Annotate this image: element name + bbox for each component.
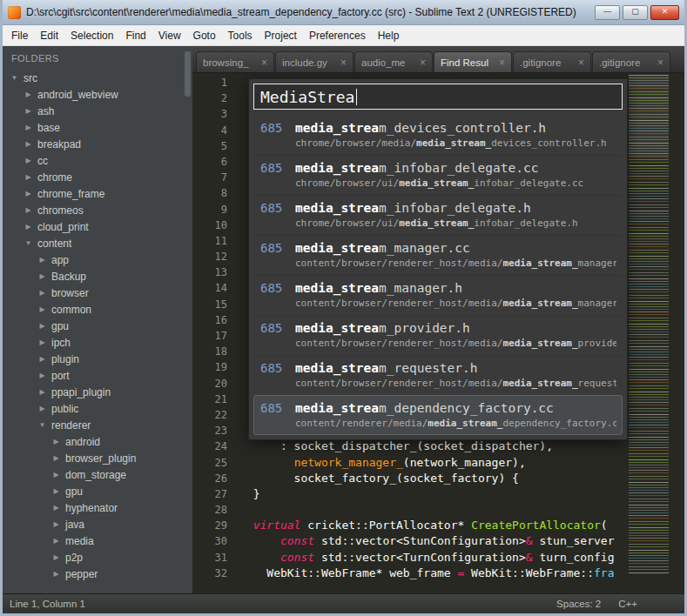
menu-selection[interactable]: Selection bbox=[64, 27, 119, 44]
chevron-right-icon[interactable]: ▶ bbox=[24, 190, 33, 198]
chevron-right-icon[interactable]: ▶ bbox=[24, 223, 33, 231]
menu-find[interactable]: Find bbox=[119, 27, 152, 44]
chevron-right-icon[interactable]: ▶ bbox=[37, 388, 47, 396]
close-icon[interactable]: × bbox=[261, 57, 267, 69]
tab-find-resul[interactable]: Find Resul× bbox=[434, 51, 512, 72]
sidebar-item-hyphenator[interactable]: ▶hyphenator bbox=[3, 499, 192, 516]
sidebar-item-chromeos[interactable]: ▶chromeos bbox=[3, 202, 192, 218]
sidebar-item-plugin[interactable]: ▶plugin bbox=[3, 351, 192, 367]
title-bar[interactable]: D:\src\cgit\src\content\renderer\media\m… bbox=[3, 0, 684, 25]
sidebar-item-base[interactable]: ▶base bbox=[3, 119, 192, 136]
code-line[interactable]: 28 bbox=[192, 502, 684, 518]
sidebar-item-ppapi-plugin[interactable]: ▶ppapi_plugin bbox=[3, 384, 192, 400]
tab-audio-me[interactable]: audio_me× bbox=[354, 51, 433, 72]
menu-project[interactable]: Project bbox=[259, 27, 303, 44]
editor[interactable]: 1234567891011121314151617181920212223 ta… bbox=[192, 73, 684, 593]
sidebar-item-chrome[interactable]: ▶chrome bbox=[3, 169, 192, 185]
chevron-right-icon[interactable]: ▶ bbox=[51, 553, 61, 561]
menu-view[interactable]: View bbox=[152, 27, 187, 44]
sidebar-item-cc[interactable]: ▶cc bbox=[3, 152, 192, 169]
minimap[interactable] bbox=[629, 75, 669, 574]
sidebar-item-browser-plugin[interactable]: ▶browser_plugin bbox=[3, 450, 192, 466]
menu-help[interactable]: Help bbox=[372, 27, 406, 44]
close-button[interactable]: ✕ bbox=[650, 5, 679, 20]
code-line[interactable]: 25 network_manager_(network_manager), bbox=[192, 455, 684, 471]
sidebar-item-browser[interactable]: ▶browser bbox=[3, 285, 192, 301]
chevron-right-icon[interactable]: ▶ bbox=[37, 322, 47, 330]
chevron-right-icon[interactable]: ▶ bbox=[37, 372, 47, 379]
sidebar-item-port[interactable]: ▶port bbox=[3, 367, 192, 384]
chevron-right-icon[interactable]: ▶ bbox=[24, 173, 33, 181]
sidebar-item-java[interactable]: ▶java bbox=[3, 516, 192, 532]
chevron-right-icon[interactable]: ▶ bbox=[51, 438, 61, 445]
menu-tools[interactable]: Tools bbox=[222, 27, 259, 44]
sidebar-item-renderer[interactable]: ▼renderer bbox=[3, 417, 192, 433]
close-icon[interactable]: × bbox=[657, 57, 663, 69]
goto-result[interactable]: 685media_stream_requester.hcontent/brows… bbox=[253, 355, 623, 395]
sidebar-item-src[interactable]: ▼src bbox=[3, 70, 192, 86]
code-line[interactable]: 24 : socket_dispatcher_(socket_dispatche… bbox=[192, 439, 684, 454]
menu-goto[interactable]: Goto bbox=[187, 27, 222, 44]
tab-browsing[interactable]: browsing_× bbox=[196, 51, 274, 72]
code-line[interactable]: 26 socket_factory_(socket_factory) { bbox=[192, 471, 684, 486]
chevron-right-icon[interactable]: ▶ bbox=[51, 471, 61, 479]
goto-input[interactable]: MediaStrea bbox=[253, 84, 623, 110]
chevron-right-icon[interactable]: ▶ bbox=[51, 520, 61, 528]
sidebar-item-dom-storage[interactable]: ▶dom_storage bbox=[3, 466, 192, 483]
chevron-right-icon[interactable]: ▶ bbox=[51, 487, 61, 495]
menu-file[interactable]: File bbox=[5, 27, 34, 44]
chevron-right-icon[interactable]: ▶ bbox=[37, 405, 47, 412]
chevron-right-icon[interactable]: ▶ bbox=[37, 256, 47, 264]
chevron-right-icon[interactable]: ▶ bbox=[24, 140, 33, 148]
sidebar-item-p2p[interactable]: ▶p2p bbox=[3, 549, 192, 566]
sidebar-item-common[interactable]: ▶common bbox=[3, 301, 192, 318]
minimap-viewport[interactable] bbox=[629, 75, 669, 158]
chevron-right-icon[interactable]: ▶ bbox=[24, 107, 33, 115]
status-syntax[interactable]: C++ bbox=[618, 599, 637, 609]
close-icon[interactable]: × bbox=[340, 57, 347, 69]
sidebar-item-ipch[interactable]: ▶ipch bbox=[3, 334, 192, 351]
goto-result[interactable]: 685media_stream_infobar_delegate.ccchrom… bbox=[253, 155, 623, 195]
sidebar-item-pepper[interactable]: ▶pepper bbox=[3, 566, 192, 582]
tab-gitignore[interactable]: .gitignore× bbox=[592, 51, 670, 72]
code-line[interactable]: 31 const std::vector<TurnConfiguration>&… bbox=[192, 550, 684, 566]
menu-edit[interactable]: Edit bbox=[34, 27, 64, 44]
sidebar-item-media[interactable]: ▶media bbox=[3, 532, 192, 549]
chevron-right-icon[interactable]: ▶ bbox=[37, 355, 47, 363]
sidebar-item-content[interactable]: ▼content bbox=[3, 235, 192, 251]
chevron-right-icon[interactable]: ▶ bbox=[24, 124, 33, 131]
menu-preferences[interactable]: Preferences bbox=[303, 27, 372, 44]
sidebar-scrollbar-thumb[interactable] bbox=[185, 51, 191, 97]
goto-result[interactable]: 685media_stream_devices_controller.hchro… bbox=[253, 115, 623, 155]
chevron-right-icon[interactable]: ▶ bbox=[51, 504, 61, 512]
goto-result[interactable]: 685media_stream_manager.hcontent/browser… bbox=[253, 275, 623, 315]
sidebar-item-gpu[interactable]: ▶gpu bbox=[3, 483, 192, 499]
minimize-button[interactable]: — bbox=[595, 5, 620, 20]
code-line[interactable]: 29 virtual cricket::PortAllocator* Creat… bbox=[192, 518, 684, 533]
chevron-right-icon[interactable]: ▶ bbox=[24, 206, 33, 214]
code-line[interactable]: 32 WebKit::WebFrame* web_frame = WebKit:… bbox=[192, 566, 684, 581]
goto-result[interactable]: 685media_stream_provider.hcontent/browse… bbox=[253, 315, 623, 355]
chevron-right-icon[interactable]: ▶ bbox=[51, 537, 61, 545]
chevron-right-icon[interactable]: ▶ bbox=[51, 454, 61, 462]
sidebar-item-backup[interactable]: ▶Backup bbox=[3, 268, 192, 285]
chevron-right-icon[interactable]: ▶ bbox=[37, 272, 47, 280]
status-spaces[interactable]: Spaces: 2 bbox=[556, 599, 601, 609]
chevron-right-icon[interactable]: ▶ bbox=[37, 305, 47, 313]
sidebar-item-android[interactable]: ▶android bbox=[3, 433, 192, 450]
close-icon[interactable]: × bbox=[420, 57, 426, 69]
sidebar-item-app[interactable]: ▶app bbox=[3, 251, 192, 268]
chevron-down-icon[interactable]: ▼ bbox=[24, 239, 33, 247]
goto-result[interactable]: 685media_stream_dependency_factory.cccon… bbox=[253, 395, 623, 435]
sidebar-item-public[interactable]: ▶public bbox=[3, 400, 192, 417]
sidebar-item-android-webview[interactable]: ▶android_webview bbox=[3, 86, 192, 103]
sidebar-item-gpu[interactable]: ▶gpu bbox=[3, 318, 192, 334]
code-line[interactable]: 27 } bbox=[192, 486, 684, 502]
sidebar-item-cloud-print[interactable]: ▶cloud_print bbox=[3, 218, 192, 235]
sidebar-item-breakpad[interactable]: ▶breakpad bbox=[3, 136, 192, 152]
goto-result[interactable]: 685media_stream_infobar_delegate.hchrome… bbox=[253, 195, 623, 235]
chevron-down-icon[interactable]: ▼ bbox=[10, 74, 19, 82]
code-line[interactable]: 30 const std::vector<StunConfiguration>&… bbox=[192, 533, 684, 549]
tab-include-gy[interactable]: include.gy× bbox=[275, 51, 354, 72]
close-icon[interactable]: × bbox=[499, 57, 505, 69]
